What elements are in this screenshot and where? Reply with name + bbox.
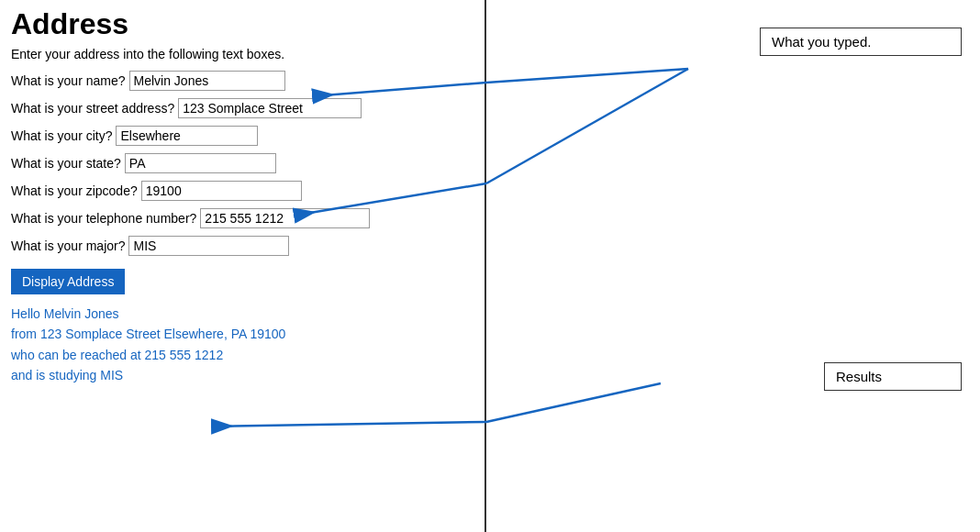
name-row: What is your name?	[11, 71, 473, 91]
zip-input[interactable]	[141, 181, 302, 201]
zip-row: What is your zipcode?	[11, 181, 473, 201]
result-line2: from 123 Somplace Street Elsewhere, PA 1…	[11, 324, 473, 344]
city-input[interactable]	[116, 126, 258, 146]
results-annotation: Results	[824, 362, 962, 391]
right-panel: What you typed. Results	[486, 0, 980, 532]
result-line3: who can be reached at 215 555 1212	[11, 345, 473, 365]
result-line1: Hello Melvin Jones	[11, 304, 473, 324]
state-row: What is your state?	[11, 153, 473, 173]
name-input[interactable]	[129, 71, 285, 91]
zip-label: What is your zipcode?	[11, 183, 138, 198]
results-output: Hello Melvin Jones from 123 Somplace Str…	[11, 304, 473, 386]
street-row: What is your street address?	[11, 98, 473, 118]
state-label: What is your state?	[11, 156, 121, 171]
street-input[interactable]	[178, 98, 362, 118]
name-label: What is your name?	[11, 73, 126, 88]
city-row: What is your city?	[11, 126, 473, 146]
major-label: What is your major?	[11, 238, 125, 253]
phone-row: What is your telephone number?	[11, 208, 473, 228]
street-label: What is your street address?	[11, 101, 174, 116]
left-panel: Address Enter your address into the foll…	[0, 0, 486, 532]
display-address-button[interactable]: Display Address	[11, 269, 125, 294]
result-line4: and is studying MIS	[11, 365, 473, 385]
what-you-typed-annotation: What you typed.	[760, 28, 962, 56]
major-row: What is your major?	[11, 236, 473, 256]
page-title: Address	[11, 7, 473, 41]
results-label: Results	[836, 369, 882, 384]
state-input[interactable]	[125, 153, 276, 173]
phone-label: What is your telephone number?	[11, 211, 196, 226]
major-input[interactable]	[128, 236, 289, 256]
city-label: What is your city?	[11, 128, 112, 143]
intro-text: Enter your address into the following te…	[11, 47, 473, 61]
phone-input[interactable]	[200, 208, 370, 228]
what-you-typed-label: What you typed.	[772, 34, 871, 50]
